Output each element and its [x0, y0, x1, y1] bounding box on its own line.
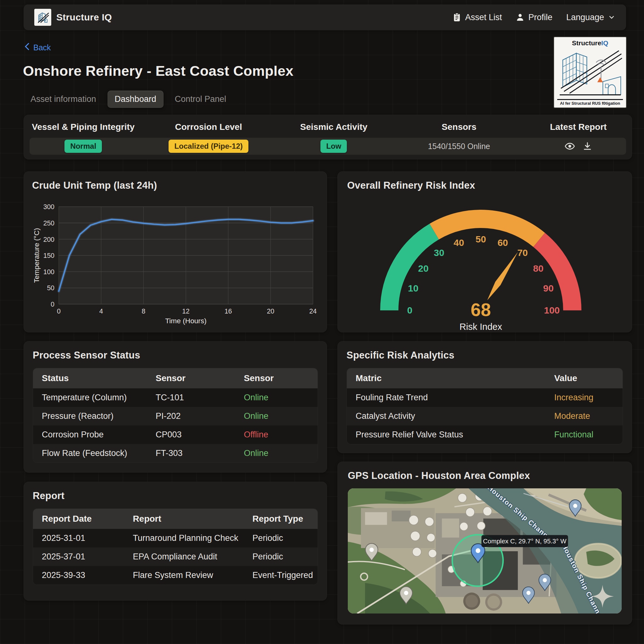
table-cell: PI-202 — [147, 411, 235, 421]
status-badge: Low — [320, 140, 347, 153]
y-tick-label: 50 — [47, 285, 54, 292]
table-cell: FT-303 — [147, 448, 235, 458]
table-cell: Increasing — [545, 393, 623, 403]
y-tick-label: 300 — [43, 203, 54, 210]
back-label: Back — [33, 43, 51, 52]
temperature-line-chart: 05010015020025030004812162024Time (Hours… — [32, 199, 319, 326]
map-title: GPS Location - Houston Area Complex — [348, 470, 622, 481]
gauge-tick-label: 90 — [543, 283, 553, 293]
table-cell: Moderate — [545, 411, 623, 421]
table-cell: 2025-39-33 — [33, 570, 124, 580]
y-tick-label: 200 — [43, 236, 54, 243]
gauge-tick-label: 50 — [475, 234, 486, 244]
chevron-down-icon — [608, 14, 615, 21]
tab-dashboard[interactable]: Dashboard — [108, 91, 164, 108]
status-header-sensors: Sensors — [387, 122, 530, 132]
status-value-seismic-activity: Low — [280, 140, 387, 153]
status-badge: Normal — [64, 140, 102, 153]
back-link[interactable]: Back — [24, 43, 51, 52]
risk-gauge-card: Overall Refinery Risk Index 010203040506… — [337, 171, 632, 332]
person-icon — [516, 13, 525, 22]
table-cell: Event-Triggered — [244, 570, 318, 580]
x-tick-label: 16 — [225, 308, 232, 315]
table-row: Fouling Rate TrendIncreasing — [347, 388, 623, 407]
status-headers: Vessel & Piping IntegrityCorrosion Level… — [30, 122, 626, 132]
x-tick-label: 8 — [142, 308, 145, 315]
top-navbar: Structure IQ Asset List — [24, 4, 626, 30]
table-cell: CP003 — [147, 430, 235, 440]
eye-icon[interactable] — [565, 142, 575, 150]
gauge-tick-label: 20 — [418, 263, 428, 274]
y-axis-label: Temperature (°C) — [32, 228, 41, 283]
table-row: Temperature (Column)TC-101Online — [33, 388, 318, 407]
status-value-sensors: 1540/1550 Online — [387, 142, 530, 151]
status-value-vessel-piping-integrity: Normal — [30, 140, 137, 153]
status-text: 1540/1550 Online — [428, 142, 490, 151]
download-icon[interactable] — [583, 142, 592, 151]
table-cell: 2025-37-01 — [33, 552, 124, 562]
gauge-zone — [539, 240, 573, 310]
tab-control-panel[interactable]: Control Panel — [168, 91, 233, 108]
status-header-latest-report: Latest Report — [530, 122, 626, 132]
status-header-corrosion-level: Corrosion Level — [137, 122, 280, 132]
dashboard-page: Structure IQ Asset List — [0, 0, 644, 644]
temp-chart-card: Crude Unit Temp (last 24h) 0501001502002… — [24, 171, 327, 332]
chart-title: Crude Unit Temp (last 24h) — [32, 180, 319, 191]
nav-profile-label: Profile — [528, 13, 552, 22]
gauge-tick-label: 80 — [533, 263, 543, 274]
watermark-caption: AI fer Structural RUS f0tigation — [557, 99, 623, 106]
gauge-zone — [434, 219, 539, 240]
table-cell: 2025-31-01 — [33, 533, 124, 543]
gauge-tick-label: 10 — [408, 283, 418, 293]
clipboard-icon — [452, 13, 461, 22]
table-row: 2025-31-01Turnaround Planning CheckPerio… — [33, 529, 318, 547]
column-header: Matric — [347, 373, 545, 383]
navbar-menu: Asset List Profile Language — [452, 13, 615, 22]
nav-language-label: Language — [566, 13, 604, 22]
nav-language[interactable]: Language — [566, 13, 615, 22]
column-header: Report Type — [244, 514, 318, 524]
sensor-status-card: Process Sensor Status StatusSensorSensor… — [24, 341, 327, 473]
sensor-status-table: StatusSensorSensorTemperature (Column)TC… — [33, 368, 318, 463]
risk-index-gauge: 010203040506070809010068Risk Index — [338, 189, 632, 331]
column-header: Status — [33, 373, 147, 383]
table-header-row: MatricValue — [347, 368, 623, 388]
gauge-tick-label: 0 — [407, 305, 413, 315]
satellite-map[interactable]: Houston Ship ChannelHouston Ship Channel… — [348, 488, 622, 613]
status-badge: Localized (Pipe-12) — [169, 140, 248, 153]
status-value-corrosion-level: Localized (Pipe-12) — [137, 140, 280, 153]
column-header: Value — [545, 373, 623, 383]
nav-asset-list[interactable]: Asset List — [452, 13, 502, 22]
chevron-left-icon — [24, 43, 30, 52]
gauge-tick-label: 70 — [517, 247, 528, 258]
table-cell: Periodic — [244, 533, 318, 543]
tab-asset-information[interactable]: Asset information — [24, 91, 103, 108]
table-cell: EPA Compliance Audit — [124, 552, 244, 562]
x-tick-label: 0 — [57, 308, 61, 315]
report-card: Report Report DateReportReport Type2025-… — [24, 482, 327, 601]
gps-map-card: GPS Location - Houston Area Complex — [337, 462, 632, 625]
table-cell: Pressure Relief Valve Status — [347, 430, 545, 440]
table-cell: Offline — [235, 430, 318, 440]
table-cell: Online — [235, 448, 318, 458]
table-row: Corrosion ProbeCP003Offline — [33, 425, 318, 444]
x-tick-label: 4 — [99, 308, 103, 315]
table-cell: Turnaround Planning Check — [124, 533, 244, 543]
building-sketch-icon — [557, 46, 623, 99]
risk-table-title: Specific Risk Analytics — [347, 350, 623, 361]
column-header: Report — [124, 514, 244, 524]
table-cell: Temperature (Column) — [33, 393, 147, 403]
table-cell: Online — [235, 411, 318, 421]
watermark-title: StructureIQ — [572, 40, 608, 46]
sensor-table-title: Process Sensor Status — [33, 350, 318, 361]
y-tick-label: 0 — [51, 301, 54, 308]
table-row: 2025-37-01EPA Compliance AuditPeriodic — [33, 547, 318, 566]
table-cell: Online — [235, 393, 318, 403]
table-row: Pressure (Reactor)PI-202Online — [33, 407, 318, 425]
gauge-needle — [487, 252, 518, 300]
map-tooltip-text: Complex C, 29.7° N, 95.3° W — [483, 537, 567, 545]
gauge-tick-label: 40 — [453, 237, 464, 248]
x-axis-label: Time (Hours) — [165, 317, 207, 325]
nav-profile[interactable]: Profile — [516, 13, 552, 22]
risk-analytics-table: MatricValueFouling Rate TrendIncreasingC… — [347, 368, 623, 444]
